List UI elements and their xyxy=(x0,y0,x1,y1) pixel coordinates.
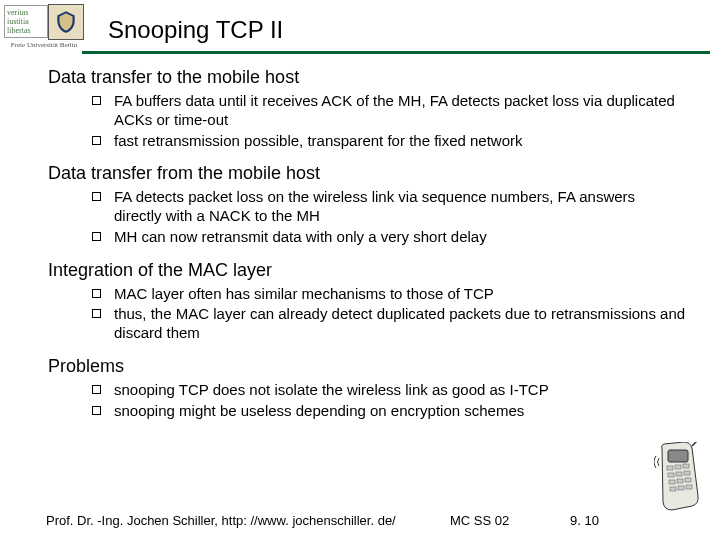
section-title: Problems xyxy=(48,356,686,377)
svg-rect-5 xyxy=(668,473,674,477)
bullet-item: FA buffers data until it receives ACK of… xyxy=(92,92,686,130)
university-name: Freie Universität Berlin xyxy=(5,41,83,49)
svg-line-0 xyxy=(692,442,702,446)
svg-rect-13 xyxy=(686,485,692,489)
bullet-item: snooping might be useless depending on e… xyxy=(92,402,686,421)
svg-rect-3 xyxy=(675,465,681,469)
svg-rect-2 xyxy=(667,466,673,470)
svg-rect-11 xyxy=(670,487,676,491)
bullet-item: thus, the MAC layer can already detect d… xyxy=(92,305,686,343)
svg-rect-6 xyxy=(676,472,682,476)
svg-rect-10 xyxy=(685,478,691,482)
section-title: Data transfer to the mobile host xyxy=(48,67,686,88)
motto-line: libertas xyxy=(7,26,31,35)
svg-rect-1 xyxy=(668,450,688,462)
footer-author: Prof. Dr. -Ing. Jochen Schiller, http: /… xyxy=(46,513,450,528)
section-title: Data transfer from the mobile host xyxy=(48,163,686,184)
bullet-item: MH can now retransmit data with only a v… xyxy=(92,228,686,247)
svg-rect-4 xyxy=(683,464,689,468)
bullet-item: snooping TCP does not isolate the wirele… xyxy=(92,381,686,400)
bullet-item: FA detects packet loss on the wireless l… xyxy=(92,188,686,226)
slide-footer: Prof. Dr. -Ing. Jochen Schiller, http: /… xyxy=(46,513,690,528)
seal-icon xyxy=(48,4,84,40)
svg-rect-7 xyxy=(684,471,690,475)
title-rule xyxy=(82,51,710,54)
motto-line: iustitia xyxy=(7,17,29,26)
svg-rect-8 xyxy=(669,480,675,484)
university-logo: veritas iustitia libertas Freie Universi… xyxy=(5,4,83,49)
bullet-item: MAC layer often has similar mechanisms t… xyxy=(92,285,686,304)
svg-rect-12 xyxy=(678,486,684,490)
svg-rect-9 xyxy=(677,479,683,483)
phone-icon xyxy=(654,442,706,518)
slide-title: Snooping TCP II xyxy=(83,10,283,44)
section-title: Integration of the MAC layer xyxy=(48,260,686,281)
bullet-item: fast retransmission possible, transparen… xyxy=(92,132,686,151)
footer-course: MC SS 02 xyxy=(450,513,570,528)
slide-header: veritas iustitia libertas Freie Universi… xyxy=(0,0,720,49)
slide-body: Data transfer to the mobile host FA buff… xyxy=(0,67,720,420)
motto-line: veritas xyxy=(7,8,28,17)
